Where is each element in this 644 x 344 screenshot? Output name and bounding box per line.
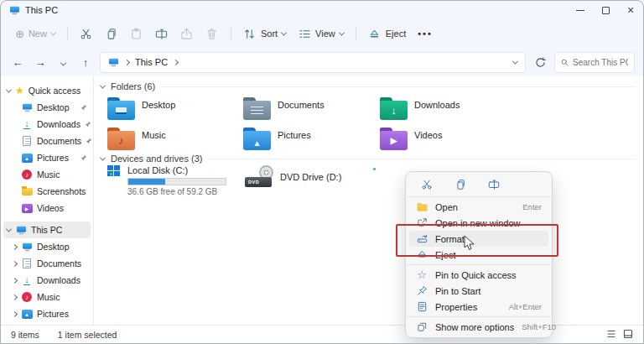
eject-button[interactable]: Eject (362, 23, 412, 44)
properties-icon (416, 301, 428, 313)
sidebar-item-pictures[interactable]: ▲ Pictures (1, 149, 93, 166)
breadcrumb-separator-icon (173, 59, 179, 65)
sidebar-pc-pictures[interactable]: ▲ Pictures (1, 305, 93, 322)
sidebar-item-videos[interactable]: ▶ Videos (1, 200, 93, 216)
disk-free-space: 36.6 GB free of 59.2 GB (127, 187, 226, 196)
more-options-icon: ••• (418, 29, 433, 39)
sidebar-item-music[interactable]: ♪ Music (1, 166, 93, 183)
drive-tile-local-disk[interactable]: Local Disk (C:) 36.6 GB free of 59.2 GB (107, 165, 254, 196)
rename-icon (155, 27, 169, 40)
music-folder-icon: ♪ (107, 128, 135, 150)
menu-item-properties[interactable]: Properties Alt+Enter (409, 299, 548, 315)
this-pc-icon (15, 225, 27, 236)
trash-icon (205, 27, 219, 40)
collapse-chevron-icon[interactable] (12, 243, 18, 249)
folder-tile-music[interactable]: ♪ Music (107, 128, 240, 150)
toolbar-separator (356, 26, 356, 41)
sort-button[interactable]: Sort (237, 23, 292, 44)
close-button[interactable]: × (618, 1, 643, 19)
music-icon: ♪ (21, 292, 33, 303)
close-icon: × (627, 3, 634, 17)
folder-tile-videos[interactable]: ▶ Videos (380, 128, 512, 150)
pictures-icon: ▲ (21, 309, 33, 320)
folder-tile-documents[interactable]: Documents (243, 97, 376, 120)
cut-icon[interactable] (420, 178, 434, 191)
menu-divider (407, 196, 551, 197)
folder-tile-downloads[interactable]: ↓ Downloads (380, 97, 512, 120)
collapse-chevron-icon[interactable] (12, 310, 18, 316)
pin-icon (80, 153, 87, 163)
copy-icon[interactable] (454, 178, 467, 191)
sidebar-item-documents[interactable]: Documents (1, 133, 93, 149)
sidebar-quick-access[interactable]: ★ Quick access (1, 82, 93, 99)
new-button-label: New (29, 29, 47, 39)
up-button[interactable]: ↑ (77, 56, 94, 69)
pin-quick-access-icon: ☆ (416, 269, 428, 281)
rename-button[interactable] (149, 23, 174, 44)
local-disk-icon (107, 165, 121, 196)
share-button[interactable] (174, 23, 200, 44)
address-bar[interactable]: This PC (100, 52, 526, 73)
drive-tile-dvd[interactable]: DVD DVD Drive (D:) (245, 165, 377, 187)
menu-item-pin-to-start[interactable]: Pin to Start (409, 283, 548, 299)
documents-folder-icon (243, 97, 271, 120)
forward-button[interactable]: → (32, 56, 49, 69)
collapse-section-icon[interactable] (100, 82, 106, 88)
sidebar-item-downloads[interactable]: ↓ Downloads (1, 116, 93, 133)
sidebar-pc-desktop[interactable]: Desktop (1, 238, 93, 255)
disk-usage-bar (127, 178, 226, 185)
sidebar-item-desktop[interactable]: Desktop (1, 99, 93, 116)
menu-item-pin-to-quick-access[interactable]: ☆ Pin to Quick access (409, 267, 548, 283)
delete-button[interactable] (200, 23, 225, 44)
sort-button-label: Sort (261, 29, 278, 39)
breadcrumb-this-pc[interactable]: This PC (135, 57, 168, 67)
back-button[interactable]: ← (9, 56, 26, 69)
expand-chevron-icon[interactable] (6, 86, 12, 92)
window-title: This PC (25, 5, 58, 15)
devices-section-header[interactable]: Devices and drives (3) (101, 154, 635, 164)
refresh-button[interactable] (532, 57, 548, 68)
sidebar-item-screenshots[interactable]: Screenshots (1, 183, 93, 200)
search-box[interactable] (554, 52, 635, 73)
menu-divider (407, 316, 551, 317)
sidebar-this-pc[interactable]: This PC (3, 222, 91, 238)
cut-button[interactable] (74, 23, 99, 44)
menu-item-show-more-options[interactable]: Show more options Shift+F10 (409, 319, 548, 335)
expand-chevron-icon[interactable] (6, 226, 12, 232)
see-more-button[interactable]: ••• (412, 25, 439, 42)
view-button[interactable]: View (292, 23, 350, 44)
sidebar-pc-music[interactable]: ♪ Music (1, 289, 93, 305)
sidebar-pc-documents[interactable]: Documents (1, 255, 93, 272)
plus-circle-icon: ⊕ (15, 29, 24, 39)
scissors-icon (80, 27, 93, 40)
pin-to-start-icon (416, 285, 428, 297)
local-disk-label: Local Disk (C:) (127, 165, 226, 175)
desktop-icon (21, 242, 33, 253)
collapse-chevron-icon[interactable] (12, 294, 18, 300)
minimize-button[interactable] (568, 1, 593, 19)
sidebar-pc-downloads[interactable]: ↓ Downloads (1, 272, 93, 289)
thumbnail-view-toggle[interactable] (623, 329, 633, 341)
folder-tile-pictures[interactable]: ▲ Pictures (243, 128, 376, 150)
details-view-toggle[interactable] (606, 329, 616, 341)
folder-tile-desktop[interactable]: Desktop (107, 97, 240, 120)
rename-icon[interactable] (487, 178, 501, 191)
menu-divider (407, 264, 551, 265)
section-rule (161, 86, 635, 87)
pin-icon (86, 136, 92, 146)
breadcrumb-separator-icon (124, 59, 130, 65)
collapse-chevron-icon[interactable] (12, 277, 18, 283)
search-input[interactable] (573, 58, 628, 67)
recent-locations-button[interactable] (55, 56, 71, 69)
collapse-section-icon[interactable] (100, 154, 106, 160)
menu-item-open[interactable]: Open Enter (409, 199, 548, 215)
paste-button[interactable] (124, 23, 149, 44)
new-button[interactable]: ⊕ New (9, 25, 61, 43)
address-dropdown-icon[interactable] (512, 58, 518, 64)
copy-button[interactable] (99, 23, 124, 44)
quick-access-label: Quick access (29, 86, 80, 96)
maximize-button[interactable] (593, 1, 618, 19)
collapse-chevron-icon[interactable] (12, 260, 18, 266)
folders-section-header[interactable]: Folders (6) (101, 81, 635, 91)
dvd-drive-label: DVD Drive (D:) (280, 172, 341, 187)
